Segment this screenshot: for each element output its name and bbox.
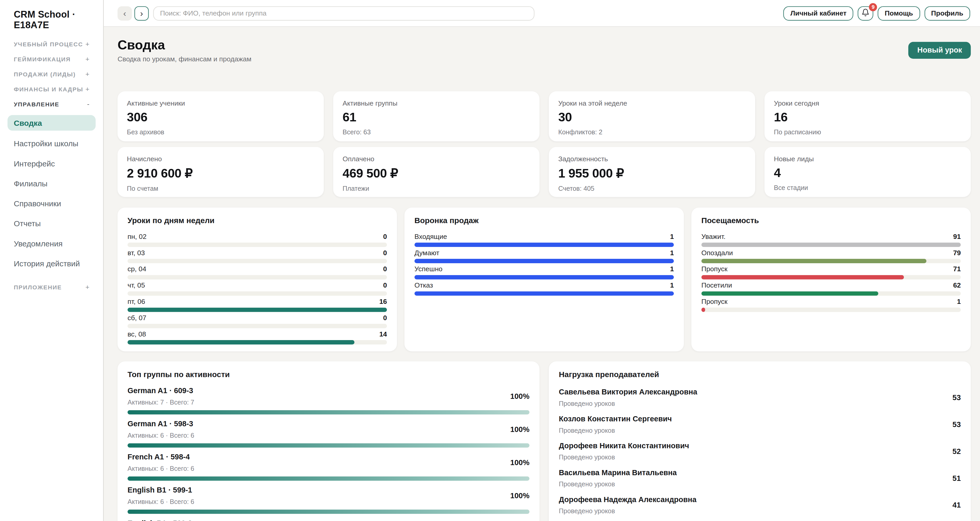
group-row-main: French A1 · 598-4 Активных: 6 · Всего: 6…: [127, 452, 530, 473]
stat-card: Активные ученики 306 Без архивов: [118, 91, 324, 141]
bar-fill: [415, 259, 674, 263]
teacher-row-main: Васильева Марина Витальевна Проведено ур…: [559, 468, 961, 488]
expand-icon[interactable]: +: [85, 283, 89, 291]
stat-card: Задолженность 1 955 000 ₽ Счетов: 405: [549, 147, 755, 197]
profile-button[interactable]: Профиль: [924, 6, 970, 21]
stat-value: 1 955 000 ₽: [558, 166, 746, 181]
sidebar-group-app[interactable]: ПРИЛОЖЕНИЕ +: [8, 283, 96, 291]
stat-label: Уроки на этой неделе: [558, 99, 746, 107]
group-text: German A1 · 598-3 Активных: 6 · Всего: 6: [127, 419, 194, 440]
sidebar-item[interactable]: Филиалы: [8, 177, 96, 191]
teacher-row-main: Козлов Константин Сергеевич Проведено ур…: [559, 414, 961, 435]
group-text: English B1 · 599-3 Активных: 6 · Всего: …: [127, 519, 194, 521]
bar-track: [701, 259, 961, 263]
teacher-name: Дорофеев Никита Константинович: [559, 441, 689, 451]
sidebar-group[interactable]: ПРОДАЖИ (ЛИДЫ) +: [8, 70, 96, 78]
bar-value: 1: [670, 265, 674, 272]
notifications-button[interactable]: 9: [858, 6, 873, 21]
sidebar-item-svodka[interactable]: Сводка: [8, 115, 96, 131]
page-title: Сводка: [118, 38, 251, 53]
history-back-button[interactable]: ‹: [118, 6, 132, 21]
teacher-row: Дорофеев Никита Константинович Проведено…: [559, 440, 961, 467]
bar-row-header: Уважит. 91: [701, 233, 961, 241]
bar-row-header: Пропуск 71: [701, 265, 961, 273]
bar-value: 0: [383, 249, 387, 256]
expand-icon[interactable]: +: [85, 85, 89, 92]
bar-track: [701, 308, 961, 312]
stat-sub: Конфликтов: 2: [558, 128, 746, 135]
stat-sub: Все стадии: [774, 184, 962, 191]
sidebar-group-management[interactable]: УПРАВЛЕНИЕ -: [8, 100, 96, 107]
group-name: English B1 · 599-1: [127, 486, 194, 495]
bar-label: Отказ: [415, 281, 433, 289]
bar-row: Думают 1: [415, 249, 674, 263]
stat-value: 16: [774, 110, 962, 124]
bar-label: ср, 04: [127, 265, 146, 272]
attendance-list: Уважит. 91 Опоздали: [701, 233, 961, 312]
teacher-lessons-count: 53: [953, 393, 961, 402]
bar-label: Посетили: [701, 281, 732, 289]
topbar-actions: Личный кабинет 9 Помощь Профиль: [784, 6, 970, 21]
sales-funnel-list: Входящие 1 Думают: [415, 233, 674, 296]
group-activity-percent: 100%: [510, 392, 530, 401]
sidebar-group[interactable]: ГЕЙМИФИКАЦИЯ +: [8, 55, 96, 63]
sidebar-group[interactable]: ФИНАНСЫ И КАДРЫ +: [8, 85, 96, 92]
collapse-icon[interactable]: -: [87, 100, 89, 107]
new-lesson-button[interactable]: Новый урок: [908, 41, 971, 59]
bar-label: Уважит.: [701, 233, 725, 240]
stat-sub: По счетам: [127, 185, 314, 192]
group-name: German A1 · 609-3: [127, 386, 194, 396]
sidebar-item[interactable]: Уведомления: [8, 237, 96, 251]
bar-value: 0: [383, 281, 387, 289]
sidebar-item[interactable]: Интерфейс: [8, 157, 96, 170]
bar-track: [701, 275, 961, 279]
personal-cabinet-button[interactable]: Личный кабинет: [784, 6, 853, 21]
teacher-lessons-count: 51: [953, 474, 961, 483]
notification-count-badge: 9: [869, 3, 877, 11]
help-button[interactable]: Помощь: [878, 6, 920, 21]
stats-grid: Активные ученики 306 Без архивов Активны…: [118, 91, 971, 197]
sidebar-item[interactable]: История действий: [8, 257, 96, 271]
bar-track: [415, 242, 674, 247]
sidebar-group[interactable]: УЧЕБНЫЙ ПРОЦЕСС +: [8, 40, 96, 48]
bar-value: 0: [383, 265, 387, 272]
group-name: German A1 · 598-3: [127, 419, 194, 429]
page-subtitle: Сводка по урокам, финансам и продажам: [118, 55, 251, 63]
bar-track: [127, 292, 387, 296]
teacher-sub: Проведено уроков: [559, 453, 689, 461]
teacher-load-card: Нагрузка преподавателей Савельева Виктор…: [549, 361, 971, 521]
search-input[interactable]: [153, 6, 535, 21]
bar-row: Опоздали 79: [701, 249, 961, 263]
bar-value: 14: [379, 330, 387, 338]
expand-icon[interactable]: +: [85, 70, 89, 78]
history-forward-button[interactable]: ›: [134, 6, 149, 21]
stat-sub: Счетов: 405: [558, 185, 746, 192]
bar-row-header: Думают 1: [415, 249, 674, 257]
bar-track: [127, 242, 387, 247]
sidebar-item[interactable]: Отчеты: [8, 217, 96, 231]
bar-row: Успешно 1: [415, 265, 674, 279]
teacher-sub: Проведено уроков: [559, 507, 697, 515]
stat-card: Уроки на этой неделе 30 Конфликтов: 2: [549, 91, 755, 141]
bar-row: вс, 08 14: [127, 330, 387, 344]
chevron-left-icon: ‹: [123, 8, 126, 18]
chart-title: Посещаемость: [701, 217, 961, 225]
sidebar-item[interactable]: Справочники: [8, 197, 96, 211]
bar-row: пт, 06 16: [127, 298, 387, 312]
bar-row-header: Пропуск 1: [701, 298, 961, 306]
bar-fill: [701, 275, 904, 279]
bar-row: Посетили 62: [701, 281, 961, 296]
activity-bar-fill: [127, 476, 530, 481]
teacher-load-list: Савельева Виктория Александровна Проведе…: [559, 386, 961, 521]
stat-value: 30: [558, 110, 746, 124]
stat-value: 4: [774, 166, 962, 180]
sidebar-item[interactable]: Настройки школы: [8, 137, 96, 151]
group-row: English B1 · 599-3 Активных: 6 · Всего: …: [127, 519, 530, 521]
teacher-text: Савельева Виктория Александровна Проведе…: [559, 388, 697, 408]
sidebar: CRM School · E18A7E УЧЕБНЫЙ ПРОЦЕСС + ГЕ…: [0, 0, 104, 521]
stat-sub: По расписанию: [774, 128, 962, 135]
expand-icon[interactable]: +: [85, 55, 89, 63]
bar-track: [127, 324, 387, 328]
expand-icon[interactable]: +: [85, 40, 89, 48]
bar-fill: [415, 242, 674, 247]
